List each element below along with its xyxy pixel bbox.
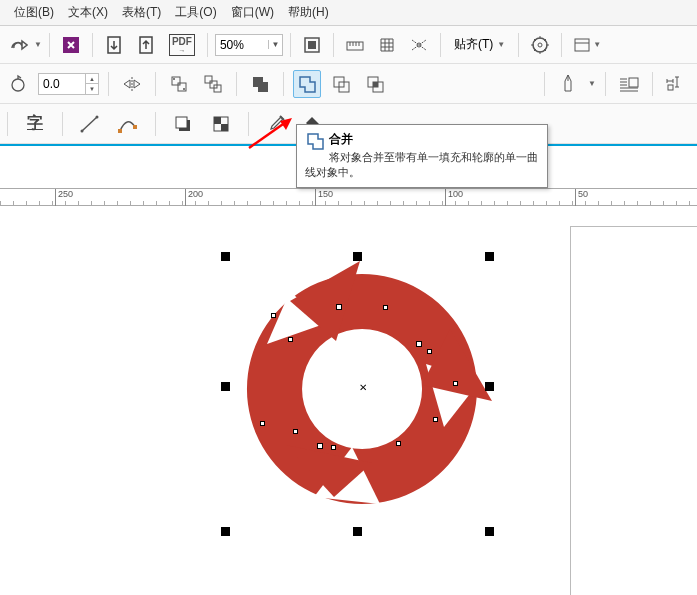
svg-rect-15 bbox=[205, 76, 212, 83]
redo-icon[interactable] bbox=[4, 31, 32, 59]
svg-point-8 bbox=[538, 43, 542, 47]
grid-icon[interactable] bbox=[373, 31, 401, 59]
svg-point-10 bbox=[12, 79, 24, 91]
svg-rect-5 bbox=[347, 42, 363, 50]
menu-help[interactable]: 帮助(H) bbox=[288, 4, 329, 21]
menu-tools[interactable]: 工具(O) bbox=[175, 4, 216, 21]
canvas-area[interactable]: ✕ bbox=[0, 206, 697, 595]
wrap-text-icon[interactable] bbox=[615, 70, 643, 98]
shape-node[interactable] bbox=[383, 305, 388, 310]
svg-point-6 bbox=[417, 43, 421, 47]
chevron-down-icon: ▼ bbox=[497, 40, 505, 49]
image-collapse-icon[interactable] bbox=[57, 31, 85, 59]
trim-icon[interactable] bbox=[327, 70, 355, 98]
export-icon[interactable] bbox=[132, 31, 160, 59]
svg-rect-26 bbox=[668, 85, 673, 90]
pdf-export-icon[interactable]: PDF→ bbox=[164, 31, 200, 59]
chevron-down-icon[interactable]: ▼ bbox=[588, 79, 596, 88]
weld-button[interactable] bbox=[293, 70, 321, 98]
rotation-input[interactable] bbox=[39, 77, 85, 91]
svg-rect-12 bbox=[178, 83, 186, 91]
svg-point-14 bbox=[183, 88, 185, 90]
menu-text[interactable]: 文本(X) bbox=[68, 4, 108, 21]
combine-icon[interactable] bbox=[246, 70, 274, 98]
rotate-icon[interactable] bbox=[4, 70, 32, 98]
selection-center-icon[interactable]: ✕ bbox=[359, 384, 367, 392]
mirror-horizontal-icon[interactable] bbox=[118, 70, 146, 98]
shape-node[interactable] bbox=[293, 429, 298, 434]
svg-rect-35 bbox=[221, 124, 228, 131]
shape-node[interactable] bbox=[271, 313, 276, 318]
rotation-input-box[interactable]: ▲▼ bbox=[38, 73, 99, 95]
ungroup-icon[interactable] bbox=[165, 70, 193, 98]
shape-node[interactable] bbox=[453, 381, 458, 386]
shadow-tool-icon[interactable] bbox=[169, 110, 197, 138]
snap-dropdown[interactable]: 贴齐(T) ▼ bbox=[448, 33, 511, 57]
eyedropper-icon[interactable] bbox=[262, 110, 290, 138]
property-toolbar: ▲▼ ▼ bbox=[0, 64, 697, 104]
horizontal-ruler: 250200150100500 bbox=[0, 188, 697, 206]
selection-handle[interactable] bbox=[485, 527, 494, 536]
guides-icon[interactable] bbox=[405, 31, 433, 59]
svg-rect-19 bbox=[258, 82, 268, 92]
fullscreen-icon[interactable] bbox=[298, 31, 326, 59]
import-icon[interactable] bbox=[100, 31, 128, 59]
svg-rect-11 bbox=[172, 77, 180, 85]
svg-rect-24 bbox=[373, 82, 378, 87]
svg-rect-30 bbox=[133, 125, 137, 129]
layout-dropdown-icon[interactable]: ▼ bbox=[569, 31, 605, 59]
line-tool-icon[interactable] bbox=[76, 110, 104, 138]
tooltip-body: 将对象合并至带有单一填充和轮廓的单一曲线对象中。 bbox=[305, 150, 539, 181]
bezier-tool-icon[interactable] bbox=[114, 110, 142, 138]
menu-table[interactable]: 表格(T) bbox=[122, 4, 161, 21]
svg-rect-9 bbox=[575, 39, 589, 51]
svg-rect-34 bbox=[214, 117, 221, 124]
rotation-spinner[interactable]: ▲▼ bbox=[85, 74, 98, 94]
shape-node[interactable] bbox=[288, 337, 293, 342]
shape-node[interactable] bbox=[427, 349, 432, 354]
zoom-combo[interactable]: ▼ bbox=[215, 34, 283, 56]
svg-point-13 bbox=[173, 78, 175, 80]
shape-node[interactable] bbox=[433, 417, 438, 422]
selection-handle[interactable] bbox=[353, 252, 362, 261]
options-icon[interactable] bbox=[526, 31, 554, 59]
shape-node[interactable] bbox=[396, 441, 401, 446]
svg-rect-29 bbox=[118, 129, 122, 133]
weld-icon bbox=[305, 131, 325, 151]
transparency-tool-icon[interactable] bbox=[207, 110, 235, 138]
zoom-input[interactable] bbox=[216, 38, 268, 52]
shape-node[interactable] bbox=[317, 443, 323, 449]
main-toolbar: ▼ PDF→ ▼ 贴齐(T) ▼ ▼ bbox=[0, 26, 697, 64]
menubar: 位图(B) 文本(X) 表格(T) 工具(O) 窗口(W) 帮助(H) bbox=[0, 0, 697, 26]
shape-node[interactable] bbox=[416, 341, 422, 347]
ruler-icon[interactable] bbox=[341, 31, 369, 59]
shape-node[interactable] bbox=[260, 421, 265, 426]
shape-node[interactable] bbox=[331, 445, 336, 450]
selection-handle[interactable] bbox=[221, 252, 230, 261]
svg-point-28 bbox=[96, 115, 99, 118]
chevron-down-icon[interactable]: ▼ bbox=[34, 40, 42, 49]
shape-node[interactable] bbox=[336, 304, 342, 310]
svg-rect-25 bbox=[629, 78, 638, 87]
svg-point-27 bbox=[81, 129, 84, 132]
menu-window[interactable]: 窗口(W) bbox=[231, 4, 274, 21]
svg-rect-4 bbox=[308, 41, 316, 49]
tooltip-title: 合并 bbox=[305, 131, 539, 148]
snap-label: 贴齐(T) bbox=[454, 36, 493, 53]
menu-bitmap[interactable]: 位图(B) bbox=[14, 4, 54, 21]
side-panel bbox=[570, 226, 697, 595]
dimensions-icon[interactable] bbox=[662, 70, 690, 98]
selection-handle[interactable] bbox=[485, 382, 494, 391]
text-shape-icon[interactable]: 字 bbox=[21, 110, 49, 138]
selection-handle[interactable] bbox=[221, 382, 230, 391]
drawing-page: ✕ bbox=[0, 206, 697, 595]
selection-handle[interactable] bbox=[353, 527, 362, 536]
ungroup-all-icon[interactable] bbox=[199, 70, 227, 98]
weld-tooltip: 合并 将对象合并至带有单一填充和轮廓的单一曲线对象中。 bbox=[296, 124, 548, 188]
selection-handle[interactable] bbox=[485, 252, 494, 261]
pen-outline-icon[interactable] bbox=[554, 70, 582, 98]
selection-handle[interactable] bbox=[221, 527, 230, 536]
chevron-down-icon[interactable]: ▼ bbox=[268, 40, 282, 49]
svg-rect-32 bbox=[176, 117, 187, 128]
intersect-icon[interactable] bbox=[361, 70, 389, 98]
